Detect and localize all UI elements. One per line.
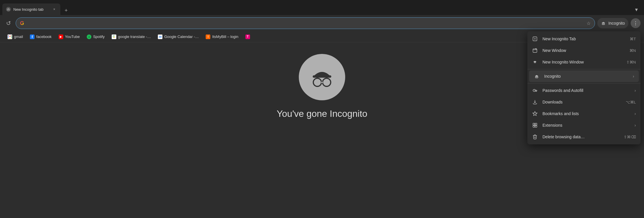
address-input[interactable] <box>27 21 584 26</box>
new-incognito-window-icon <box>532 59 538 65</box>
menu-divider-1 <box>527 69 641 69</box>
menu-item-new-incognito-window[interactable]: New Incognito Window ⇧⌘N <box>527 56 641 68</box>
svg-rect-5 <box>602 23 605 23</box>
google-translate-icon: G <box>112 34 116 39</box>
menu-item-incognito[interactable]: Incognito › <box>529 70 639 82</box>
bookmarks-label: Bookmarks and lists <box>542 111 629 116</box>
menu-item-delete-browsing-data[interactable]: Delete browsing data… ⇧⌘⌫ <box>527 131 641 143</box>
bookmark-itsmybill[interactable]: I ItsMyBill – login <box>203 33 241 40</box>
downloads-icon <box>532 99 538 105</box>
bookmark-facebook[interactable]: f facebook <box>27 33 55 40</box>
extensions-arrow-icon: › <box>634 123 636 128</box>
bookmark-gmail-label: gmail <box>14 34 23 39</box>
incognito-illustration <box>299 54 345 100</box>
menu-item-new-incognito-tab[interactable]: New Incognito Tab ⌘T <box>527 33 641 45</box>
delete-browsing-icon <box>532 134 538 140</box>
new-window-shortcut: ⌘N <box>629 48 636 53</box>
bookmark-spotify[interactable]: ♫ Spotify <box>84 33 108 40</box>
svg-rect-14 <box>533 49 537 52</box>
incognito-profile-button[interactable]: Incognito <box>597 18 628 28</box>
bookmark-star-button[interactable]: ☆ <box>587 21 591 26</box>
svg-point-17 <box>535 62 536 63</box>
incognito-tab-icon <box>6 7 11 12</box>
bookmarks-icon <box>532 111 538 117</box>
new-incognito-tab-icon <box>532 36 538 42</box>
svg-point-7 <box>603 23 605 25</box>
delete-browsing-label: Delete browsing data… <box>542 135 619 139</box>
spotify-icon: ♫ <box>87 34 91 39</box>
passwords-icon <box>532 88 538 93</box>
svg-rect-21 <box>536 77 537 78</box>
passwords-arrow-icon: › <box>634 88 636 93</box>
new-window-label: New Window <box>542 48 625 53</box>
svg-rect-1 <box>7 9 10 10</box>
bookmarks-arrow-icon: › <box>634 111 636 116</box>
tmobile-icon: T <box>245 34 250 39</box>
svg-rect-18 <box>535 76 538 76</box>
svg-rect-8 <box>603 24 604 24</box>
extensions-icon <box>532 122 538 128</box>
toolbar: ↺ G ☆ Incognito ⋮ <box>0 15 644 31</box>
tab-strip-expand-button[interactable]: ▼ <box>631 5 642 15</box>
new-incognito-tab-shortcut: ⌘T <box>630 37 636 41</box>
svg-rect-29 <box>535 123 537 125</box>
bookmark-google-calendar-label: Google Calendar -… <box>164 34 199 39</box>
address-bar[interactable]: G ☆ <box>16 17 595 29</box>
bookmark-google-calendar[interactable]: 30 Google Calendar -… <box>155 33 202 40</box>
bookmark-itsmybill-label: ItsMyBill – login <box>212 34 238 39</box>
menu-item-bookmarks[interactable]: Bookmarks and lists › <box>527 108 641 119</box>
new-incognito-window-label: New Incognito Window <box>542 60 622 64</box>
youtube-icon: ▶ <box>59 34 63 39</box>
downloads-shortcut: ⌥⌘L <box>626 100 636 104</box>
google-calendar-icon: 30 <box>158 34 162 39</box>
bookmark-gmail[interactable]: gmail <box>5 33 26 40</box>
bookmark-facebook-label: facebook <box>36 34 52 39</box>
incognito-person-icon <box>534 73 540 79</box>
svg-point-10 <box>313 78 321 86</box>
svg-rect-4 <box>8 10 9 10</box>
svg-rect-31 <box>535 126 537 127</box>
menu-divider-2 <box>527 83 641 83</box>
search-engine-icon: G <box>20 20 24 26</box>
tab-title: New Incognito tab <box>13 7 49 12</box>
menu-item-extensions[interactable]: Extensions › <box>527 119 641 131</box>
incognito-profile-icon <box>601 21 606 26</box>
extensions-label: Extensions <box>542 123 629 128</box>
svg-point-11 <box>323 78 331 86</box>
bookmark-tmobile[interactable]: T <box>243 33 253 40</box>
new-tab-button[interactable]: + <box>61 6 71 15</box>
bookmark-google-translate-label: google translate -… <box>118 34 151 39</box>
bookmark-google-translate[interactable]: G google translate -… <box>109 33 154 40</box>
svg-point-6 <box>602 23 604 25</box>
svg-rect-28 <box>533 123 535 125</box>
itsmybill-icon: I <box>206 34 210 39</box>
svg-rect-30 <box>533 126 535 127</box>
menu-item-passwords[interactable]: Passwords and Autofill › <box>527 85 641 96</box>
incognito-figure-svg <box>307 63 337 92</box>
menu-item-new-window[interactable]: New Window ⌘N <box>527 45 641 56</box>
incognito-arrow-icon: › <box>633 74 634 79</box>
gone-incognito-text: You've gone Incognito <box>277 108 368 119</box>
menu-item-downloads[interactable]: Downloads ⌥⌘L <box>527 96 641 108</box>
svg-rect-15 <box>534 61 536 62</box>
active-tab[interactable]: New Incognito tab × <box>2 3 60 15</box>
svg-marker-27 <box>533 112 537 116</box>
incognito-profile-label: Incognito <box>544 74 627 79</box>
chrome-dropdown-menu: New Incognito Tab ⌘T New Window ⌘N New I… <box>527 31 641 144</box>
passwords-label: Passwords and Autofill <box>542 88 629 93</box>
delete-browsing-shortcut: ⇧⌘⌫ <box>624 135 636 139</box>
downloads-label: Downloads <box>542 100 621 104</box>
svg-rect-9 <box>313 75 331 78</box>
tab-close-button[interactable]: × <box>52 7 57 12</box>
reload-button[interactable]: ↺ <box>3 18 13 28</box>
incognito-label: Incognito <box>608 21 625 26</box>
bookmark-spotify-label: Spotify <box>93 34 105 39</box>
chrome-menu-button[interactable]: ⋮ <box>631 18 641 28</box>
bookmark-youtube[interactable]: ▶ YouTube <box>56 33 83 40</box>
tab-bar: New Incognito tab × + ▼ <box>0 0 644 15</box>
new-incognito-tab-label: New Incognito Tab <box>542 37 625 41</box>
new-window-icon <box>532 48 538 53</box>
svg-point-26 <box>534 90 535 91</box>
new-incognito-window-shortcut: ⇧⌘N <box>626 60 636 64</box>
bookmark-youtube-label: YouTube <box>65 34 80 39</box>
